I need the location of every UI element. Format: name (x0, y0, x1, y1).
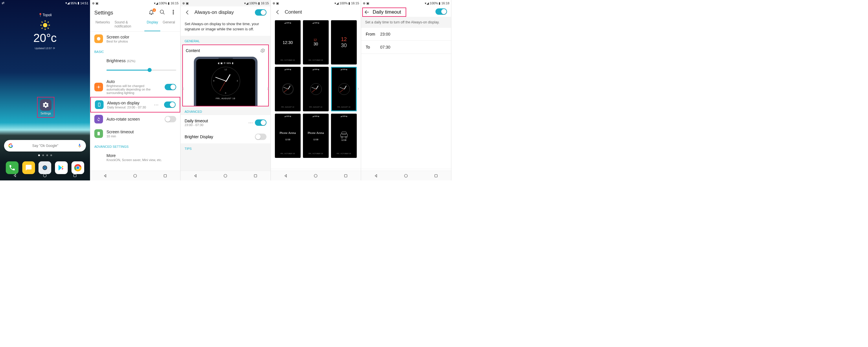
tab-general[interactable]: General (160, 18, 177, 31)
thumb-digital-2[interactable]: ◢ 100% ▮1230FRI, OCTOBER 30 (303, 20, 329, 64)
section-basic: BASIC (90, 46, 180, 55)
svg-line-5 (42, 22, 42, 23)
google-icon (8, 143, 13, 148)
recent-nav-icon[interactable] (253, 173, 258, 179)
back-arrow-icon[interactable] (275, 9, 281, 15)
nav-bar (181, 170, 271, 181)
back-nav-icon[interactable] (283, 173, 288, 179)
row-screen-color[interactable]: Screen colorBest for photos (90, 32, 180, 46)
auto-brightness-toggle[interactable] (165, 84, 176, 90)
status-bar: ⊕▣ ▾◢100%▮16:15 (90, 0, 180, 6)
aod-toggle[interactable] (164, 101, 176, 108)
carousel-next-icon[interactable] (266, 87, 270, 91)
screen-aod: ⊕▣ ▾◢100%▮16:15 Always-on display Set Al… (181, 0, 271, 181)
notification-bell-icon[interactable] (148, 9, 154, 16)
aod-header: Always-on display (181, 6, 271, 19)
carousel-prev-icon[interactable] (181, 87, 185, 91)
row-always-on-display[interactable]: Always-on displayDaily timeout: 23:00 - … (90, 97, 180, 113)
thumb-analog-1[interactable]: ◢ 100% ▮FRI, AUGUST 10 (303, 67, 329, 111)
row-auto-rotate[interactable]: Auto-rotate screen (90, 112, 180, 126)
rotate-toggle[interactable] (165, 116, 176, 122)
thumb-digital-3[interactable]: 1230 (331, 20, 357, 64)
svg-point-32 (134, 174, 137, 177)
row-daily-timeout[interactable]: Daily timeout23:00 - 07:30 ⋯ (181, 115, 271, 130)
home-nav-icon[interactable] (403, 173, 408, 179)
section-advanced: ADVANCED SETTINGS (90, 141, 180, 150)
back-nav-icon[interactable] (103, 173, 108, 179)
recent-nav-icon[interactable] (343, 173, 348, 179)
svg-point-34 (262, 50, 264, 52)
tab-display[interactable]: Display (144, 18, 160, 31)
back-nav-icon[interactable] (374, 173, 379, 179)
daily-timeout-toggle[interactable] (255, 119, 267, 126)
svg-rect-36 (254, 175, 257, 177)
row-screen-timeout[interactable]: Screen timeout10 min (90, 126, 180, 141)
svg-point-22 (173, 12, 174, 13)
aod-more-icon[interactable]: ⋯ (152, 102, 161, 107)
weather-updated: Updated 13:57⟳ (35, 47, 55, 50)
svg-line-8 (48, 22, 49, 23)
svg-point-19 (160, 10, 164, 13)
home-nav-icon[interactable] (223, 173, 228, 179)
home-nav-icon[interactable] (132, 173, 138, 179)
row-auto-brightness[interactable]: AutoBrightness will be changed automatic… (90, 76, 180, 97)
row-more[interactable]: MoreKnockON, Screen saver, Mini view, et… (90, 150, 180, 164)
status-bar: ⊕▣ ▾◢100%▮16:15 (181, 0, 271, 6)
brightness-slider[interactable] (106, 70, 176, 70)
thumb-analog-selected[interactable]: ◢ 100% ▮FRI, AUGUST 10 (331, 67, 357, 111)
daily-timeout-header: Daily timeout (362, 7, 406, 17)
content-header: Content (271, 6, 361, 18)
back-arrow-icon[interactable] (185, 9, 190, 15)
svg-point-23 (173, 13, 174, 14)
nav-bar (90, 170, 180, 181)
nav-bar (361, 170, 451, 181)
recent-nav-icon[interactable] (72, 173, 78, 178)
svg-rect-18 (74, 175, 76, 177)
google-search-bar[interactable] (4, 140, 86, 152)
svg-point-17 (43, 174, 46, 177)
thumb-analog-half[interactable]: ◢ 100% ▮FRI, AUGUST 10 (275, 67, 301, 111)
timeout-master-toggle[interactable] (435, 8, 447, 15)
back-arrow-icon[interactable] (364, 9, 370, 15)
home-nav-icon[interactable] (42, 173, 48, 178)
back-nav-icon[interactable] (193, 173, 198, 179)
tab-networks[interactable]: Networks (93, 18, 112, 31)
thumb-signature-2[interactable]: ◢ 100% ▮Phone Arena12:30FRI, OCTOBER 30 (303, 114, 329, 158)
overflow-menu-icon[interactable] (170, 9, 176, 16)
row-brightness[interactable]: Brightness (62%) (90, 55, 180, 76)
row-to-time[interactable]: To 07:30 (361, 41, 451, 54)
aod-master-toggle[interactable] (255, 9, 267, 15)
recent-nav-icon[interactable] (433, 173, 439, 179)
svg-rect-30 (98, 103, 100, 106)
settings-app-icon[interactable]: Settings (37, 97, 54, 118)
weather-location: 📍Topoli (38, 13, 52, 17)
timeout-more-icon[interactable]: ⋯ (247, 120, 255, 126)
nav-bar (271, 170, 361, 181)
search-input[interactable] (13, 144, 77, 148)
thumb-signature-1[interactable]: ◢ 100% ▮Phone Arena12:30FRI, OCTOBER 30 (275, 114, 301, 158)
screen-content: ⊕▣ ▾◢100%▮16:15 Content ◢ 100% ▮12:30FRI… (271, 0, 361, 181)
gear-icon[interactable] (260, 48, 265, 53)
settings-header: Settings (90, 6, 180, 18)
thumb-digital-1[interactable]: ◢ 100% ▮12:30FRI, OCTOBER 30 (275, 20, 301, 64)
weather-temp: 20°c (33, 32, 57, 44)
row-from-time[interactable]: From 23:00 (361, 28, 451, 41)
svg-point-25 (98, 86, 99, 88)
svg-line-20 (163, 13, 165, 14)
page-title: Settings (94, 10, 113, 16)
settings-tabs: Networks Sound & notification Display Ge… (90, 18, 180, 32)
search-icon[interactable] (159, 9, 165, 16)
row-brighter-display[interactable]: Brighter Display (181, 130, 271, 144)
svg-rect-45 (435, 175, 437, 177)
brighter-toggle[interactable] (255, 134, 267, 140)
home-nav-icon[interactable] (313, 173, 318, 179)
carousel-next-icon[interactable] (356, 87, 360, 91)
recent-nav-icon[interactable] (163, 173, 168, 179)
mic-icon[interactable] (77, 144, 82, 148)
screen-home: ⇄ ▾◢ 95% ▮ 14:51 📍Topoli 20°c Updated 13… (0, 0, 90, 181)
content-preview-box[interactable]: Content ◐ ▣ ⟳98%▮ 12 6 9 3 FRI, AUGUST 1… (182, 44, 269, 106)
thumb-image[interactable]: ◢ 100% ▮12:30FRI, OCTOBER 30 (331, 114, 357, 158)
svg-point-35 (224, 174, 227, 177)
back-nav-icon[interactable] (12, 173, 18, 178)
tab-sound[interactable]: Sound & notification (112, 18, 144, 31)
